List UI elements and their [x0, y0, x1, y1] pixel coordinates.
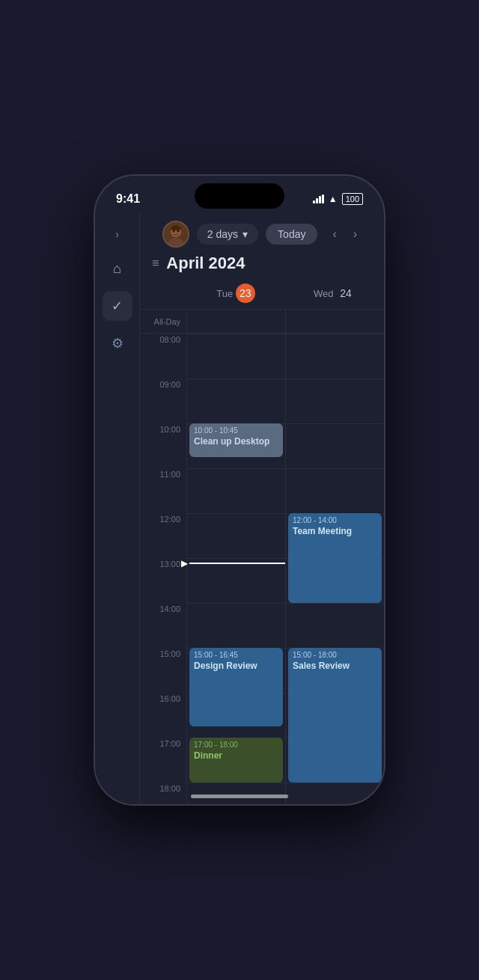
event-cleanup-time: 10:00 - 10:45: [194, 426, 278, 435]
day-header-tue: Tue 23: [186, 278, 285, 309]
settings-icon: ⚙: [112, 335, 123, 352]
next-arrow-icon[interactable]: ›: [349, 226, 361, 242]
menu-icon[interactable]: ≡: [152, 257, 159, 270]
view-selector[interactable]: 2 days ▾: [197, 224, 258, 245]
status-time: 9:41: [116, 192, 140, 206]
all-day-cell-wed: [285, 310, 384, 333]
day-col-tuesday: 10:00 - 10:45 Clean up Desktop 15:00 - 1…: [186, 334, 285, 804]
all-day-cell-tue: [186, 310, 285, 333]
sidebar-item-home[interactable]: ⌂: [103, 254, 132, 284]
day-col-wednesday: 12:00 - 14:00 Team Meeting 15:00 - 18:00…: [285, 334, 384, 804]
event-design-review-time: 15:00 - 16:45: [194, 651, 278, 659]
wifi-icon: ▲: [329, 194, 338, 204]
app-container: › ⌂ ✓ ⚙: [95, 213, 384, 804]
event-sales-review-title: Sales Review: [293, 661, 377, 671]
time-label-13: 13:00: [140, 558, 186, 603]
status-icons: ▲ 100: [313, 193, 363, 205]
day-num-tue: 23: [236, 284, 255, 303]
time-label-12: 12:00: [140, 513, 186, 558]
sidebar-item-settings[interactable]: ⚙: [103, 328, 132, 358]
signal-bars-icon: [313, 195, 324, 203]
time-gutter-header: [140, 278, 186, 309]
event-sales-review-time: 15:00 - 18:00: [293, 651, 377, 659]
all-day-label: All-Day: [140, 310, 186, 333]
event-cleanup-title: Clean up Desktop: [194, 436, 278, 447]
day-headers: Tue 23 Wed 24: [140, 278, 384, 310]
today-button[interactable]: Today: [266, 224, 317, 245]
phone-frame: 9:41 ▲ 100 › ⌂ ✓ ⚙: [94, 174, 385, 806]
day-name-wed: Wed: [314, 288, 336, 299]
sidebar: › ⌂ ✓ ⚙: [95, 213, 140, 804]
event-design-review-title: Design Review: [194, 661, 278, 671]
time-label-10: 10:00: [140, 423, 186, 468]
event-design-review[interactable]: 15:00 - 16:45 Design Review: [189, 648, 283, 726]
event-team-meeting-title: Team Meeting: [293, 526, 377, 536]
event-dinner-time: 17:00 - 18:00: [194, 741, 278, 749]
event-team-meeting[interactable]: 12:00 - 14:00 Team Meeting: [288, 513, 382, 603]
main-content: 2 days ▾ Today ‹ › ≡ April 2024: [140, 213, 384, 804]
battery-level: 100: [342, 193, 363, 205]
day-columns: 10:00 - 10:45 Clean up Desktop 15:00 - 1…: [186, 334, 384, 804]
header-top: 2 days ▾ Today ‹ ›: [149, 221, 375, 248]
time-line-bar: [189, 563, 285, 564]
time-label-16: 16:00: [140, 693, 186, 738]
home-indicator[interactable]: [191, 794, 288, 798]
tasks-icon: ✓: [112, 298, 123, 314]
time-label-08: 08:00: [140, 334, 186, 379]
time-grid: 08:00 09:00 10:00 11:00 12:00 13:00 14:0…: [140, 334, 384, 804]
current-time-indicator: ▶: [181, 558, 285, 569]
prev-arrow-icon[interactable]: ‹: [328, 226, 341, 242]
header-title-row: ≡ April 2024: [149, 254, 375, 273]
event-team-meeting-time: 12:00 - 14:00: [293, 516, 377, 524]
time-labels: 08:00 09:00 10:00 11:00 12:00 13:00 14:0…: [140, 334, 186, 804]
time-label-15: 15:00: [140, 648, 186, 693]
current-time-arrow-icon: ▶: [181, 558, 188, 569]
home-icon: ⌂: [113, 261, 121, 277]
time-label-11: 11:00: [140, 468, 186, 513]
sidebar-chevron[interactable]: ›: [109, 222, 125, 246]
dropdown-arrow-icon: ▾: [242, 228, 248, 240]
dynamic-island: [195, 183, 284, 209]
nav-arrows: ‹ ›: [328, 226, 361, 242]
all-day-row: All-Day: [140, 310, 384, 334]
event-cleanup[interactable]: 10:00 - 10:45 Clean up Desktop: [189, 423, 283, 457]
calendar-grid[interactable]: Tue 23 Wed 24 All-Day: [140, 278, 384, 804]
day-num-wed: 24: [336, 284, 356, 303]
time-label-09: 09:00: [140, 379, 186, 423]
day-name-tue: Tue: [216, 288, 236, 299]
event-dinner-title: Dinner: [194, 750, 278, 761]
month-title: April 2024: [166, 254, 245, 273]
event-dinner[interactable]: 17:00 - 18:00 Dinner: [189, 738, 283, 783]
day-header-wed: Wed 24: [285, 278, 384, 309]
avatar[interactable]: [162, 221, 189, 248]
event-sales-review[interactable]: 15:00 - 18:00 Sales Review: [288, 648, 382, 783]
sidebar-item-tasks[interactable]: ✓: [103, 291, 132, 321]
time-label-14: 14:00: [140, 603, 186, 648]
time-label-18: 18:00: [140, 783, 186, 804]
view-label: 2 days: [207, 228, 238, 240]
header: 2 days ▾ Today ‹ › ≡ April 2024: [140, 213, 384, 278]
time-label-17: 17:00: [140, 738, 186, 783]
